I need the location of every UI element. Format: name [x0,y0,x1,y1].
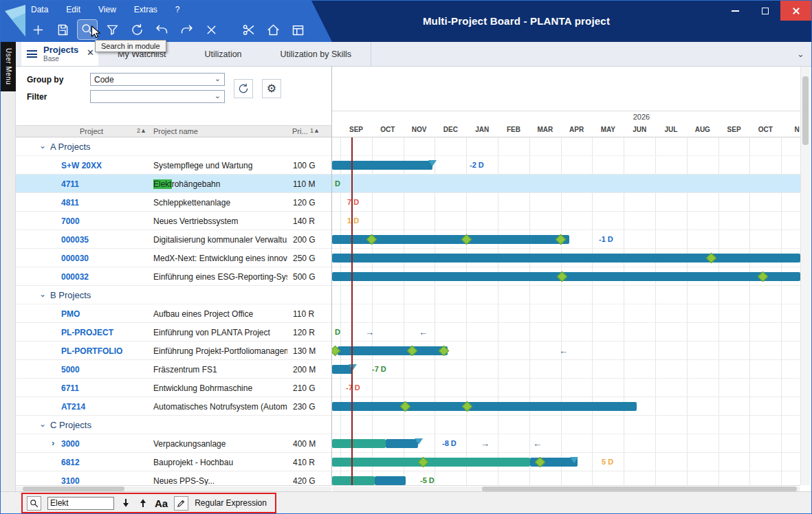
project-row[interactable]: PL-PROJECTEinführung von PLANTA Project1… [16,323,800,342]
column-header-priority[interactable]: Pri... [292,127,308,135]
undo-icon[interactable] [152,20,171,39]
collapse-icon[interactable]: ⌄ [39,419,46,429]
group-by-select[interactable]: Code ⌄ [90,73,225,86]
project-id[interactable]: 6812 [61,458,80,467]
gantt-bar[interactable] [332,476,375,485]
project-id[interactable]: PL-PORTFOLIO [61,346,122,356]
project-row[interactable]: 3100Neues PPS-Sy...420 G-5 D [16,471,800,485]
project-id[interactable]: 000035 [61,235,89,245]
minimize-button[interactable] [720,1,750,21]
project-id[interactable]: PMO [61,309,80,319]
refresh-icon[interactable] [127,20,146,39]
home-icon[interactable] [263,20,283,39]
gantt-bar[interactable] [375,476,406,485]
group-row[interactable]: ⌄C Projects [16,416,800,434]
gantt-bar[interactable] [338,346,448,355]
group-row[interactable]: ⌄A Projects [16,137,800,156]
search-input[interactable] [47,497,114,510]
previous-match-button[interactable] [138,498,149,509]
project-id[interactable]: PL-PROJECT [61,328,113,337]
filter-icon[interactable] [102,20,122,39]
tab-utilization-by-skills[interactable]: Utilization by Skills [261,42,371,66]
project-row[interactable]: ›3000Verpackungsanlage400 M→←-8 D [16,434,800,453]
app-window: DataEditViewExtras? Multi-Project Board … [0,0,812,514]
project-name: Verpackungsanlage [153,439,226,449]
collapse-icon[interactable]: ⌄ [39,289,46,299]
project-row[interactable]: 4711Elektrohängebahn110 MD [16,175,800,193]
project-row[interactable]: 4811Schleppkettenanlage120 G7 D [16,193,800,212]
project-id[interactable]: 7000 [61,216,80,226]
gantt-bar[interactable] [332,458,530,467]
hamburger-menu-icon[interactable] [27,50,37,58]
menu-view[interactable]: View [98,5,116,14]
settings-button[interactable]: ⚙ [262,79,281,98]
match-case-button[interactable]: Aa [155,498,168,509]
project-row[interactable]: 000032Einführung eines ESG-Reporting-Sys… [16,267,800,286]
reload-grouping-button[interactable] [234,79,253,98]
project-id[interactable]: 000030 [61,254,89,263]
close-tab-icon[interactable]: ✕ [87,48,94,57]
project-id[interactable]: 3100 [61,476,80,485]
gantt-bar[interactable] [332,439,386,448]
chevron-down-icon: ⌄ [215,74,221,83]
project-row[interactable]: 7000Neues Vertriebssystem140 R1 D [16,212,800,230]
gantt-hscrollbar-thumb[interactable] [482,487,797,491]
project-row[interactable]: 000030MedX-Next: Entwicklung eines innov… [16,249,800,267]
group-row[interactable]: ⌄B Projects [16,286,800,304]
gantt-label: -8 D [442,439,457,447]
cut-icon[interactable] [239,20,258,39]
titlebar: DataEditViewExtras? Multi-Project Board … [1,1,811,42]
close-window-button[interactable] [780,1,811,21]
project-row[interactable]: AT214Automatisches Notrufsystem (Autom..… [16,397,800,416]
bar-end-marker [570,457,578,463]
menu-extras[interactable]: Extras [134,5,157,14]
filter-select[interactable]: ⌄ [90,90,225,103]
regex-option-label[interactable]: Regular Expression [195,498,267,508]
tab-utilization[interactable]: Utilization [185,42,261,66]
tab-projects[interactable]: Projects Base ✕ [21,42,98,66]
highlight-matches-button[interactable] [174,496,188,511]
project-id[interactable]: 6711 [61,383,79,393]
expand-icon[interactable]: › [52,438,54,448]
redo-icon[interactable] [177,20,196,39]
project-id[interactable]: 3000 [61,439,80,449]
priority-cell: 250 G [293,254,316,263]
project-id[interactable]: S+W 20XX [61,161,102,170]
save-icon[interactable] [53,20,72,39]
project-row[interactable]: PL-PORTFOLIOEinführung Projekt-Portfolio… [16,342,800,360]
project-row[interactable]: 000035Digitalisierung kommunaler Verwalt… [16,230,800,249]
menu-edit[interactable]: Edit [66,5,80,14]
gantt-bar[interactable] [332,402,637,411]
vscrollbar-thumb[interactable] [802,76,809,145]
chevron-down-icon[interactable]: ⌄ [797,49,804,59]
sort-indicator-project[interactable]: 2▲ [137,127,146,134]
close-icon[interactable] [201,20,221,39]
add-icon[interactable] [28,20,47,39]
gantt-bar[interactable] [332,161,432,170]
gantt-bar[interactable] [386,439,418,448]
column-header-name[interactable]: Project name [153,127,198,135]
table-hscrollbar-thumb[interactable] [23,487,124,491]
project-id[interactable]: 000032 [61,272,89,282]
project-row[interactable]: 5000Fräszentrum FS1200 M-7 D [16,360,800,379]
module-icon[interactable] [288,20,307,39]
user-menu-tab[interactable]: User Menu [1,42,16,91]
gantt-bar[interactable] [332,254,800,262]
project-id[interactable]: 4711 [61,179,79,189]
project-row[interactable]: S+W 20XXSystempflege und Wartung100 G-2 … [16,156,800,175]
next-match-button[interactable] [120,498,131,509]
project-id[interactable]: 5000 [61,365,80,375]
menu-help[interactable]: ? [175,5,180,14]
project-id[interactable]: 4811 [61,198,79,208]
collapse-icon[interactable]: ⌄ [39,141,46,150]
sort-indicator-priority[interactable]: 1▲ [310,127,320,134]
project-row[interactable]: 6812Bauprojekt - Hochbau410 R5 D [16,453,800,471]
project-id[interactable]: AT214 [61,402,85,412]
column-header-project[interactable]: Project [57,127,126,135]
menu-data[interactable]: Data [31,5,48,14]
maximize-button[interactable] [750,1,780,21]
project-row[interactable]: 6711Entwicklung Bohrmaschine210 G-7 D [16,379,800,397]
project-row[interactable]: PMOAufbau eines Project Office110 R [16,304,800,323]
find-button[interactable] [27,496,41,511]
table-gantt-divider[interactable] [331,67,332,485]
